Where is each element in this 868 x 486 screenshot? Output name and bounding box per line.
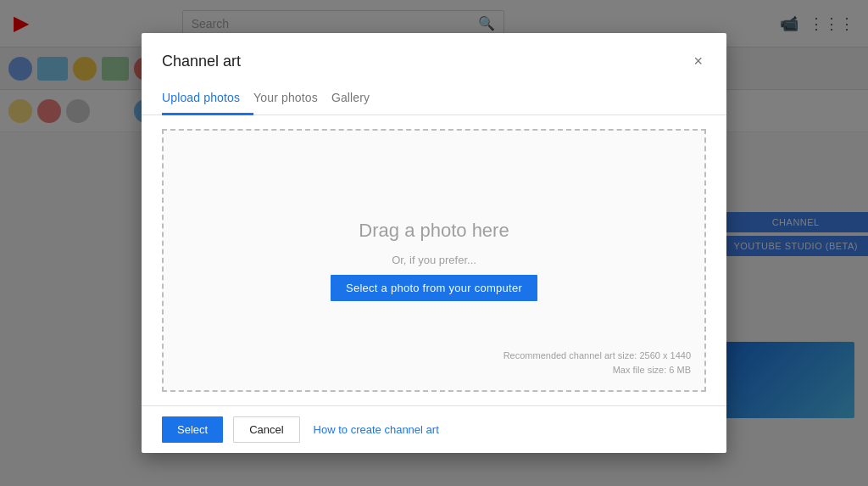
select-from-computer-button[interactable]: Select a photo from your computer — [331, 275, 537, 301]
modal-tabs: Upload photos Your photos Gallery — [142, 82, 726, 115]
recommend-line2: Max file size: 6 MB — [613, 365, 691, 375]
tab-upload-photos[interactable]: Upload photos — [162, 82, 253, 115]
drag-text: Drag a photo here — [359, 220, 509, 242]
close-button[interactable]: × — [690, 50, 706, 72]
modal-title: Channel art — [162, 53, 241, 70]
modal-header: Channel art × — [142, 33, 726, 72]
drop-zone-container: Drag a photo here Or, if you prefer... S… — [142, 115, 726, 405]
or-text: Or, if you prefer... — [392, 254, 476, 266]
modal-overlay: Channel art × Upload photos Your photos … — [0, 0, 868, 486]
recommend-line1: Recommended channel art size: 2560 x 144… — [504, 350, 691, 360]
modal-footer: Select Cancel How to create channel art — [142, 405, 726, 453]
footer-select-button[interactable]: Select — [162, 416, 223, 443]
tab-gallery[interactable]: Gallery — [331, 82, 383, 115]
how-to-link[interactable]: How to create channel art — [314, 423, 439, 436]
tab-your-photos[interactable]: Your photos — [253, 82, 331, 115]
footer-cancel-button[interactable]: Cancel — [233, 416, 299, 443]
recommendation-text: Recommended channel art size: 2560 x 144… — [504, 349, 691, 378]
drop-zone[interactable]: Drag a photo here Or, if you prefer... S… — [162, 129, 706, 392]
channel-art-modal: Channel art × Upload photos Your photos … — [142, 33, 726, 453]
